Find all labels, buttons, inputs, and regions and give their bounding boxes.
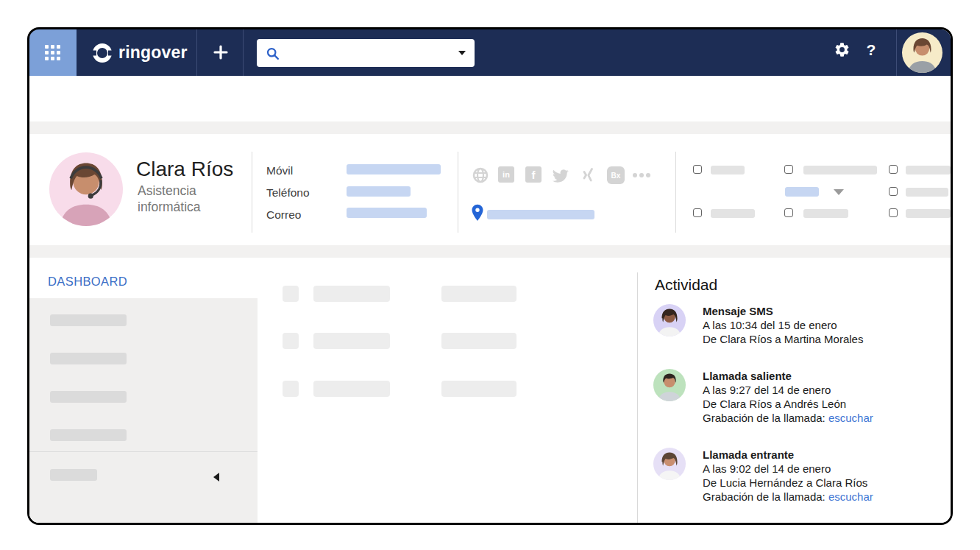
contact-role: Asistencia informática [138,183,230,215]
toolbar [29,76,951,121]
sidebar-divider [29,451,258,452]
activity-avatar [653,369,686,401]
search-dropdown-caret[interactable] [458,51,466,55]
activity-participants: De Clara Ríos a Andrés León [703,397,953,411]
main-content: DASHBOARD Actividad Mensaje SMS A las 10 [29,258,951,523]
option-placeholder [803,209,848,218]
option-checkbox[interactable] [693,208,702,217]
activity-avatar [653,448,686,480]
contact-avatar [49,152,123,226]
field-value-placeholder [347,186,411,197]
contact-name: Clara Ríos [136,158,233,181]
listen-link[interactable]: escuchar [828,412,873,424]
help-button[interactable]: ? [862,41,881,59]
linkedin-glyph: in [498,166,514,183]
activity-participants: De Clara Ríos a Martina Morales [703,332,953,346]
option-checkbox[interactable] [784,208,793,217]
location-pin-icon [471,204,484,225]
record-placeholder [441,381,516,397]
activity-item: Mensaje SMS A las 10:34 del 15 de enero … [703,304,953,346]
section-divider-strip [29,245,951,258]
contact-avatar-photo [49,152,123,226]
ringover-logo[interactable]: ringover [93,29,188,76]
field-label-movil: Móvil [266,164,293,177]
linkedin-icon[interactable]: in [498,166,514,183]
selected-value-placeholder [785,187,819,197]
contact-header: Clara Ríos Asistencia informática Móvil … [29,134,951,245]
activity-participants: De Lucia Hernández a Clara Ríos [703,476,953,490]
top-navigation-bar: ringover ? [29,29,951,76]
record-placeholder [313,381,390,397]
ringover-logo-icon [93,43,112,63]
sidebar-item-dashboard[interactable]: DASHBOARD [48,275,127,289]
sidebar-nav-placeholder [50,391,127,403]
facebook-glyph: f [525,166,542,183]
option-placeholder [906,188,948,197]
field-value-placeholder [347,164,441,174]
settings-button[interactable] [830,41,853,58]
field-value-placeholder [347,208,427,218]
topbar-divider [196,29,197,76]
plus-icon [213,45,228,60]
section-divider-strip [29,121,951,134]
sidebar-nav-placeholder [50,429,127,441]
sidebar-nav-placeholder [50,353,127,364]
header-divider [252,152,252,233]
topbar-divider [896,29,897,76]
app-launcher-button[interactable] [29,29,77,76]
listen-link[interactable]: escuchar [828,490,873,503]
record-placeholder [283,381,299,397]
activity-item: Llamada saliente A las 9:27 del 14 de en… [703,369,953,425]
header-divider [458,152,458,233]
recording-label: Grabación de la llamada: [703,412,828,424]
sidebar-nav-placeholder [50,469,97,481]
sidebar-nav-placeholder [50,314,127,326]
option-placeholder [906,166,951,174]
app-window: ringover ? [27,27,953,525]
chevron-down-icon[interactable] [834,189,844,195]
option-checkbox[interactable] [693,165,702,174]
user-avatar-photo [902,32,942,73]
bx-glyph: Bx [607,166,625,184]
option-placeholder [711,166,745,174]
add-button[interactable] [208,40,233,65]
search-icon [266,46,280,60]
grid-icon [45,45,61,61]
option-placeholder [711,209,755,218]
field-label-correo: Correo [266,208,301,222]
bx-icon[interactable]: Bx [607,166,625,184]
twitter-icon[interactable] [551,166,569,187]
option-checkbox[interactable] [889,208,898,217]
website-icon[interactable] [472,166,489,187]
topbar-divider [243,29,244,76]
activity-type: Mensaje SMS [703,305,773,317]
activity-type: Llamada entrante [703,448,794,461]
activity-recording-line: Grabación de la llamada: escuchar [703,490,953,504]
record-placeholder [283,286,299,302]
field-label-telefono: Teléfono [266,186,310,200]
user-avatar[interactable] [902,32,942,73]
address-placeholder [487,210,594,219]
activity-time: A las 9:27 del 14 de enero [703,383,953,397]
activity-time: A las 10:34 del 15 de enero [703,318,953,332]
brand-name: ringover [118,43,188,63]
option-placeholder [803,166,877,174]
option-placeholder [906,209,951,218]
activity-recording-line: Grabación de la llamada: escuchar [703,411,953,425]
more-socials-icon[interactable] [633,166,650,177]
record-placeholder [441,333,516,349]
record-placeholder [441,286,516,302]
collapse-sidebar-icon[interactable] [213,473,219,482]
recording-label: Grabación de la llamada: [703,490,828,503]
search-input[interactable] [257,39,475,67]
activity-item: Llamada entrante A las 9:02 del 14 de en… [703,448,953,504]
xing-icon[interactable] [579,166,597,187]
activity-avatar [653,304,686,336]
option-checkbox[interactable] [889,187,898,196]
record-placeholder [313,286,390,302]
record-placeholder [313,333,390,349]
option-checkbox[interactable] [784,165,793,174]
facebook-icon[interactable]: f [525,166,542,183]
option-checkbox[interactable] [889,165,898,174]
activity-type: Llamada saliente [703,370,792,382]
